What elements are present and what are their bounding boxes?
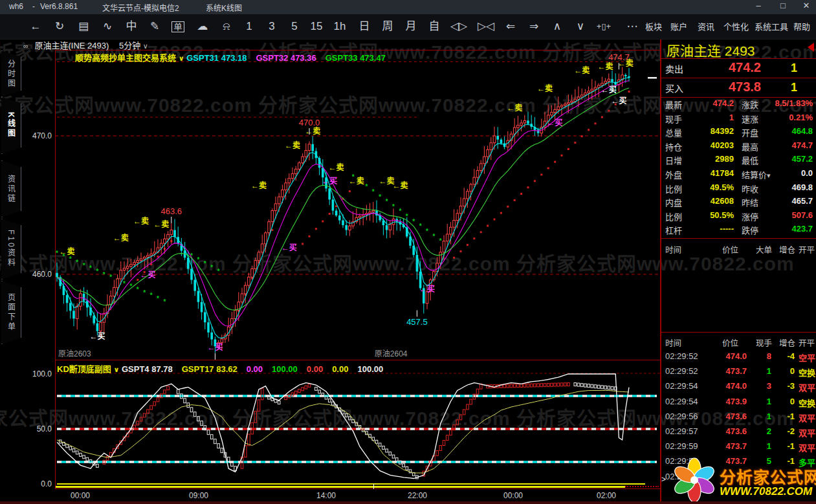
ask-price[interactable]: 474.2 [703, 60, 761, 75]
close-button[interactable]: ✕ [797, 1, 815, 14]
period-3min[interactable]: 3 [261, 18, 283, 35]
app-name: wh6 [9, 2, 23, 11]
period-5min[interactable]: 5 [283, 18, 305, 35]
svg-text:*: * [143, 289, 146, 296]
trade-row[interactable]: 02:29:56 473.6 1 -1 双平 [661, 410, 816, 424]
alert-triangle-icon [808, 43, 814, 52]
sell-marker: ←卖 [60, 247, 75, 256]
period-selector[interactable]: 5分钟 [119, 41, 140, 50]
candlestick-icon[interactable]: 中 [120, 18, 142, 35]
menu-2[interactable]: 账户 [670, 20, 687, 32]
sell-marker: ←卖 [113, 233, 129, 243]
period-custom[interactable]: 自 [423, 18, 445, 35]
sidebar-tab-3[interactable]: 资讯链 [1, 160, 21, 217]
trade-row[interactable]: 02:29:52 474.0 8 -4 空平 [661, 349, 816, 364]
svg-text:*: * [83, 262, 85, 269]
menu-3[interactable]: 资讯 [698, 20, 714, 32]
sidebar-tab-2[interactable]: K线图 [1, 97, 21, 154]
symbol-bar: ∞ 原油主连(INE 2493) 5分钟 ∨ [23, 39, 148, 50]
symbol-name[interactable]: 原油主连(INE 2493) [34, 41, 109, 50]
bid-price[interactable]: 473.8 [703, 80, 761, 94]
order-icon[interactable]: 单 [167, 18, 189, 35]
maximize-button[interactable]: □ [774, 1, 792, 14]
sub-indicator-title[interactable]: KD断顶底副图 [57, 364, 111, 374]
main-indicator-header: 顺势高频抄单主图交易系统 ∨ GSPT31 473.18GSPT32 473.3… [75, 51, 395, 63]
sidebar-tab-5[interactable]: 页面下单 [1, 281, 21, 344]
minimize-button[interactable]: – [749, 1, 767, 14]
trade-row[interactable]: 02:29:54 474.0 3 -3 双平 [661, 379, 816, 394]
alert-bell-icon[interactable]: ⍾ [215, 18, 237, 35]
period-day[interactable]: 日 [353, 18, 375, 35]
sell-marker: ←卖 [507, 103, 522, 113]
chevron-down-icon[interactable]: ∨ [179, 54, 184, 62]
page-left-icon[interactable]: ⇐ [500, 18, 522, 35]
svg-text:*: * [109, 274, 112, 281]
trading-app-window: 分析家公式网www.70822.com 分析家公式网www.70822.com … [0, 0, 816, 504]
insert-pane-icon[interactable]: +▯+ [593, 18, 615, 35]
chevron-down-icon[interactable]: ∨ [113, 366, 119, 373]
page-right-icon[interactable]: ⇒ [523, 18, 545, 35]
menu-4[interactable]: 个性化 [723, 20, 749, 32]
time-axis-label: 14:00 [316, 491, 336, 500]
kd-subchart[interactable] [55, 373, 660, 485]
trade-row[interactable]: 02:29:59 473.7 1 -1 双平 [661, 439, 816, 454]
zoom-in-icon[interactable]: ▷◁ [475, 18, 497, 35]
trade-row[interactable]: 02:29:54 473.9 1 0 空换 [661, 395, 816, 410]
site-name[interactable]: 分析家公式网 [720, 465, 816, 488]
period-month[interactable]: 月 [400, 18, 422, 35]
period-15min[interactable]: 15 [305, 18, 327, 35]
stat-row: 日增 2989 最低 457.2 [661, 154, 816, 168]
flower-logo-icon [670, 454, 718, 503]
time-axis-label: 22:00 [408, 491, 427, 500]
period-week[interactable]: 周 [377, 18, 399, 35]
indicator-value: 0.00 [247, 364, 263, 374]
site-logo: 分析家公式网 WWW.70822.COM [670, 453, 816, 504]
site-url[interactable]: WWW.70822.COM [720, 485, 812, 498]
draw-line-icon[interactable]: ✎ [144, 18, 166, 35]
svg-text:*: * [89, 265, 92, 272]
menu-1[interactable]: 板块 [645, 20, 662, 32]
sell-marker: ←卖 [285, 140, 300, 150]
time-axis-border [55, 488, 660, 489]
trade-row[interactable]: 02:29:52 473.7 1 0 空换 [661, 364, 816, 379]
menu-5[interactable]: 系统工具 [755, 20, 788, 32]
buy-marker: ←买 [89, 332, 105, 341]
ask-qty[interactable]: 1 [771, 61, 797, 75]
main-candlestick-chart[interactable]: *************************************←卖←… [55, 50, 660, 360]
sidebar-tab-1[interactable]: 分时图 [1, 50, 21, 97]
chart-scrollbar[interactable] [56, 486, 625, 488]
sidebar-tab-4[interactable]: F10资料 [1, 219, 21, 279]
sell-marker: ←卖 [392, 181, 408, 190]
svg-text:*: * [137, 286, 139, 293]
bid-qty[interactable]: 1 [771, 81, 797, 94]
svg-text:*: * [412, 218, 415, 225]
main-indicator-title[interactable]: 顺势高频抄单主图交易系统 [75, 53, 176, 63]
refresh-icon[interactable]: ↻ [49, 18, 71, 35]
scrollbar-tail [625, 486, 659, 487]
period-1min[interactable]: 1 [238, 18, 260, 35]
svg-text:*: * [217, 268, 220, 275]
period-1hour[interactable]: 1h [329, 18, 351, 35]
chevron-down-icon[interactable]: ∨ [143, 42, 148, 50]
scroll-down-icon[interactable]: ∨ [569, 18, 591, 35]
trade-row[interactable]: 02:29:57 473.6 2 -2 双平 [661, 424, 816, 439]
back-icon[interactable]: ← [25, 18, 47, 35]
stat-row: 最新 474.2 涨跌 8.5/1.83% [661, 98, 816, 113]
title-bar: wh6 - Ver6.8.861 文华云节点-模拟电信2 系统K线图 – □ ✕ [0, 0, 816, 14]
cloud-icon[interactable]: ☁ [192, 18, 214, 35]
svg-text:*: * [157, 295, 159, 302]
quote-list-icon[interactable]: ▤ [72, 18, 94, 35]
quote-panel: 原油主连 2493 卖出 474.2 1 买入 473.8 1 最新 474.2… [661, 38, 816, 504]
line-chart-icon[interactable]: ∿ [96, 18, 118, 35]
link-icon: ∞ [23, 42, 28, 50]
menu-6[interactable]: 帮助 [793, 20, 810, 32]
contract-title[interactable]: 原油主连 2493 [667, 40, 755, 60]
more-icon[interactable]: ⋯ [621, 18, 643, 35]
svg-text:*: * [163, 298, 166, 305]
scroll-up-icon[interactable]: ∧ [546, 18, 568, 35]
zoom-out-icon[interactable]: ◁▷ [448, 18, 470, 35]
buy-marker: ←买 [140, 270, 155, 279]
stat-row: 总量 84392 开盘 464.8 [661, 126, 816, 140]
ask-label: 卖出 [665, 62, 683, 75]
svg-text:*: * [76, 259, 78, 266]
